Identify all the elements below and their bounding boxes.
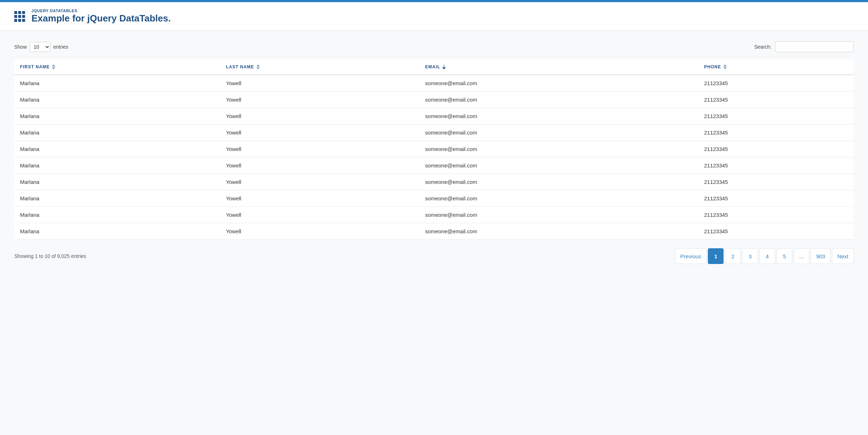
cell-phone: 21123345 [698, 124, 854, 141]
table-row: MarlanaYowellsomeone@email.com21123345 [14, 157, 854, 174]
page-button-3[interactable]: 3 [742, 248, 758, 264]
page-button-1[interactable]: 1 [708, 248, 724, 264]
cell-phone: 21123345 [698, 174, 854, 190]
cell-phone: 21123345 [698, 108, 854, 124]
header-subtitle: JQUERY DATATABLES [31, 9, 171, 13]
table-row: MarlanaYowellsomeone@email.com21123345 [14, 223, 854, 240]
cell-email: someone@email.com [419, 157, 698, 174]
main-content: Show 10 25 50 100 entries Search: FIRST … [0, 31, 868, 434]
pagination: Previous 1 2 3 4 5 … 903 Next [675, 248, 854, 264]
cell-first_name: Marlana [14, 223, 220, 240]
cell-first_name: Marlana [14, 124, 220, 141]
search-input[interactable] [775, 41, 854, 52]
sort-icon-email [442, 64, 446, 69]
header-title: Example for jQuery DataTables. [31, 13, 171, 24]
cell-phone: 21123345 [698, 92, 854, 108]
cell-last_name: Yowell [220, 190, 419, 207]
table-controls: Show 10 25 50 100 entries Search: [14, 41, 854, 52]
table-row: MarlanaYowellsomeone@email.com21123345 [14, 75, 854, 92]
page-button-4[interactable]: 4 [759, 248, 775, 264]
previous-button[interactable]: Previous [675, 248, 706, 264]
cell-email: someone@email.com [419, 190, 698, 207]
cell-email: someone@email.com [419, 141, 698, 157]
col-header-last-name[interactable]: LAST NAME [220, 59, 419, 75]
table-row: MarlanaYowellsomeone@email.com21123345 [14, 174, 854, 190]
cell-phone: 21123345 [698, 190, 854, 207]
sort-icon-last-name [256, 64, 260, 69]
sort-icon-phone [723, 64, 727, 69]
table-info: Showing 1 to 10 of 9,025 entries [14, 253, 86, 259]
cell-last_name: Yowell [220, 108, 419, 124]
cell-first_name: Marlana [14, 207, 220, 223]
cell-email: someone@email.com [419, 207, 698, 223]
next-button[interactable]: Next [832, 248, 854, 264]
cell-last_name: Yowell [220, 75, 419, 92]
entries-label: entries [53, 44, 68, 50]
search-label: Search: [754, 44, 771, 50]
table-row: MarlanaYowellsomeone@email.com21123345 [14, 207, 854, 223]
grid-icon [14, 11, 25, 22]
entries-select[interactable]: 10 25 50 100 [30, 42, 50, 52]
search-control: Search: [754, 41, 854, 52]
cell-email: someone@email.com [419, 75, 698, 92]
cell-first_name: Marlana [14, 190, 220, 207]
table-row: MarlanaYowellsomeone@email.com21123345 [14, 141, 854, 157]
table-footer: Showing 1 to 10 of 9,025 entries Previou… [14, 248, 854, 268]
cell-phone: 21123345 [698, 141, 854, 157]
cell-phone: 21123345 [698, 157, 854, 174]
table-row: MarlanaYowellsomeone@email.com21123345 [14, 124, 854, 141]
cell-last_name: Yowell [220, 124, 419, 141]
cell-last_name: Yowell [220, 157, 419, 174]
data-table: FIRST NAME LAST NAME [14, 59, 854, 240]
cell-email: someone@email.com [419, 174, 698, 190]
page-header: JQUERY DATATABLES Example for jQuery Dat… [0, 2, 868, 31]
cell-email: someone@email.com [419, 124, 698, 141]
page-button-5[interactable]: 5 [776, 248, 792, 264]
page-button-2[interactable]: 2 [725, 248, 741, 264]
cell-first_name: Marlana [14, 75, 220, 92]
cell-email: someone@email.com [419, 92, 698, 108]
cell-email: someone@email.com [419, 223, 698, 240]
cell-last_name: Yowell [220, 141, 419, 157]
pagination-ellipsis: … [794, 248, 809, 264]
cell-phone: 21123345 [698, 207, 854, 223]
table-row: MarlanaYowellsomeone@email.com21123345 [14, 92, 854, 108]
col-header-first-name[interactable]: FIRST NAME [14, 59, 220, 75]
cell-last_name: Yowell [220, 223, 419, 240]
cell-phone: 21123345 [698, 223, 854, 240]
show-label: Show [14, 44, 27, 50]
sort-icon-first-name [52, 64, 55, 69]
header-text: JQUERY DATATABLES Example for jQuery Dat… [31, 9, 171, 24]
col-header-email[interactable]: EMAIL [419, 59, 698, 75]
table-body: MarlanaYowellsomeone@email.com21123345Ma… [14, 75, 854, 240]
cell-last_name: Yowell [220, 174, 419, 190]
show-entries-control: Show 10 25 50 100 entries [14, 42, 68, 52]
cell-first_name: Marlana [14, 157, 220, 174]
cell-phone: 21123345 [698, 75, 854, 92]
cell-last_name: Yowell [220, 207, 419, 223]
cell-first_name: Marlana [14, 141, 220, 157]
cell-first_name: Marlana [14, 92, 220, 108]
col-header-phone[interactable]: PHONE [698, 59, 854, 75]
page-button-903[interactable]: 903 [811, 248, 830, 264]
cell-first_name: Marlana [14, 174, 220, 190]
cell-email: someone@email.com [419, 108, 698, 124]
table-row: MarlanaYowellsomeone@email.com21123345 [14, 190, 854, 207]
table-header-row: FIRST NAME LAST NAME [14, 59, 854, 75]
cell-first_name: Marlana [14, 108, 220, 124]
table-row: MarlanaYowellsomeone@email.com21123345 [14, 108, 854, 124]
cell-last_name: Yowell [220, 92, 419, 108]
